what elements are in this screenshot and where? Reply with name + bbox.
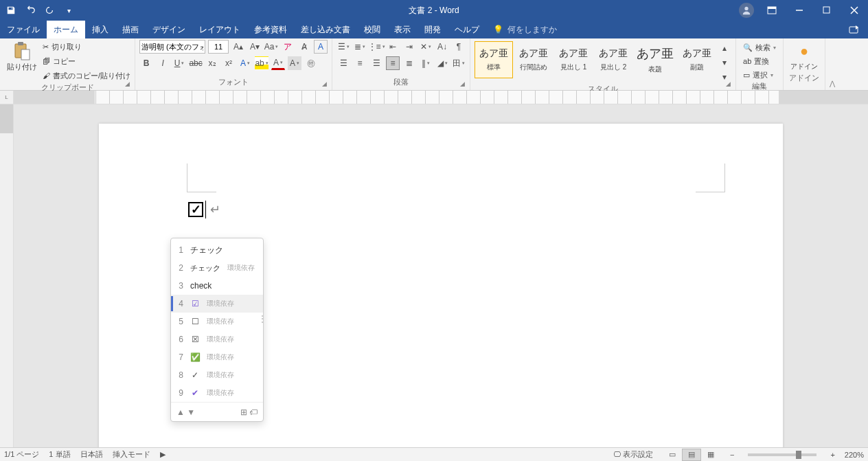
line-spacing-button[interactable]: ‖ <box>419 56 433 70</box>
font-dialog-launcher[interactable]: ◢ <box>322 80 330 89</box>
ime-candidate[interactable]: 3check <box>171 277 263 295</box>
sort-button[interactable]: A↓ <box>435 40 449 54</box>
tab-references[interactable]: 参考資料 <box>247 21 294 38</box>
font-size-combo[interactable] <box>208 40 229 54</box>
redo-button[interactable] <box>43 3 56 17</box>
web-layout-button[interactable]: ▦ <box>701 449 720 461</box>
ime-candidate[interactable]: 2チェック環境依存 <box>171 259 263 277</box>
document-scroll-area[interactable]: ✓ ↵ <box>14 104 868 447</box>
ime-candidate[interactable]: 5☐環境依存 <box>171 313 263 330</box>
style-normal[interactable]: あア亜標準 <box>475 41 513 78</box>
account-avatar[interactable] <box>739 3 754 18</box>
change-case-button[interactable]: Aa <box>264 40 278 54</box>
align-left-button[interactable]: ☰ <box>336 56 350 70</box>
character-border-button[interactable]: A <box>314 40 328 54</box>
subscript-button[interactable]: x₂ <box>205 56 219 70</box>
tab-draw[interactable]: 描画 <box>115 21 146 38</box>
distributed-button[interactable]: ≣ <box>402 56 416 70</box>
align-center-button[interactable]: ≡ <box>353 56 367 70</box>
text-effects-button[interactable]: A <box>238 56 252 70</box>
align-right-button[interactable]: ☰ <box>369 56 383 70</box>
numbering-button[interactable]: ≣ <box>353 40 367 54</box>
status-word-count[interactable]: 1 単語 <box>49 449 70 460</box>
multilevel-list-button[interactable]: ⋮≡ <box>369 40 383 54</box>
status-language[interactable]: 日本語 <box>80 449 103 460</box>
tell-me-search[interactable]: 💡 何をしますか <box>486 21 564 38</box>
tab-file[interactable]: ファイル <box>0 21 47 38</box>
horizontal-ruler[interactable]: L <box>0 91 868 104</box>
vertical-ruler[interactable] <box>0 104 14 447</box>
superscript-button[interactable]: x² <box>222 56 236 70</box>
cut-button[interactable]: ✂切り取り <box>43 40 130 54</box>
ime-candidate[interactable]: 9✔環境依存 <box>171 384 263 402</box>
style-heading1[interactable]: あア亜見出し 1 <box>554 41 593 78</box>
grow-font-button[interactable]: A▴ <box>231 40 245 54</box>
ime-expand-icon[interactable]: ⊞ <box>240 407 247 417</box>
styles-gallery[interactable]: あア亜標準 あア亜行間詰め あア亜見出し 1 あア亜見出し 2 あア亜表題 あア… <box>475 40 731 84</box>
style-title[interactable]: あア亜表題 <box>634 41 676 78</box>
ime-candidate[interactable]: 8✓環境依存 <box>171 366 263 384</box>
tab-help[interactable]: ヘルプ <box>448 21 486 38</box>
qat-customize[interactable]: ▾ <box>62 3 76 17</box>
strikethrough-button[interactable]: abc <box>189 56 203 70</box>
tab-developer[interactable]: 開発 <box>418 21 448 38</box>
minimize-button[interactable] <box>786 0 813 21</box>
shrink-font-button[interactable]: A▾ <box>248 40 262 54</box>
ime-candidate[interactable]: 6☒環境依存 <box>171 330 263 348</box>
paste-button[interactable]: 貼り付け <box>4 40 40 74</box>
format-painter-button[interactable]: 🖌書式のコピー/貼り付け <box>43 69 130 82</box>
bold-button[interactable]: B <box>139 56 153 70</box>
undo-button[interactable] <box>23 3 37 17</box>
style-heading2[interactable]: あア亜見出し 2 <box>594 41 632 78</box>
styles-dialog-launcher[interactable]: ◢ <box>726 80 734 89</box>
ime-candidate[interactable]: 1チェック <box>171 241 263 259</box>
zoom-out-button[interactable]: − <box>730 451 734 459</box>
styles-scroll-up[interactable]: ▴ <box>718 41 731 55</box>
clear-formatting-button[interactable]: A̷ <box>297 40 311 54</box>
tab-home[interactable]: ホーム <box>47 21 85 38</box>
status-insert-mode[interactable]: 挿入モード <box>113 449 150 460</box>
shading-button[interactable]: ◢ <box>435 56 449 70</box>
macro-record-icon[interactable]: ▶ <box>160 450 165 459</box>
copy-button[interactable]: 🗐コピー <box>43 54 130 68</box>
tab-layout[interactable]: レイアウト <box>192 21 247 38</box>
underline-button[interactable]: U <box>172 56 186 70</box>
font-name-combo[interactable] <box>139 40 205 54</box>
clipboard-dialog-launcher[interactable]: ◢ <box>125 80 133 89</box>
tab-mailings[interactable]: 差し込み文書 <box>294 21 357 38</box>
highlight-button[interactable]: ab <box>255 56 269 70</box>
styles-scroll-down[interactable]: ▾ <box>718 56 731 69</box>
status-page[interactable]: 1/1 ページ <box>4 449 39 460</box>
justify-button[interactable]: ≡ <box>386 56 400 70</box>
tab-design[interactable]: デザイン <box>146 21 192 38</box>
close-button[interactable] <box>841 0 868 21</box>
document-body[interactable]: ✓ ↵ <box>188 201 220 218</box>
addins-button[interactable]: ● アドイン <box>788 40 821 73</box>
ime-prev-page[interactable]: ▲ ▼ <box>176 407 195 417</box>
zoom-level[interactable]: 220% <box>845 451 864 459</box>
zoom-slider[interactable] <box>748 453 816 456</box>
phonetic-guide-button[interactable]: ア <box>281 40 295 54</box>
replace-button[interactable]: ab置換 <box>740 55 779 67</box>
share-button[interactable] <box>841 21 868 38</box>
increase-indent-button[interactable]: ⇥ <box>402 40 416 54</box>
collapse-ribbon-button[interactable]: ⋀ <box>825 38 839 90</box>
select-button[interactable]: ▭選択▾ <box>740 69 779 81</box>
read-mode-button[interactable]: ▭ <box>663 449 682 461</box>
zoom-in-button[interactable]: + <box>830 451 834 459</box>
ime-candidate-window[interactable]: 1チェック2チェック環境依存3check4☑環境依存5☐環境依存6☒環境依存7✅… <box>170 238 264 422</box>
tab-review[interactable]: 校閲 <box>357 21 387 38</box>
ime-tool-icon[interactable]: 🏷 <box>249 407 258 417</box>
paragraph-dialog-launcher[interactable]: ◢ <box>460 80 468 89</box>
bullets-button[interactable]: ☰ <box>336 40 350 54</box>
print-layout-button[interactable]: ▤ <box>682 449 701 461</box>
borders-button[interactable]: 田 <box>452 56 466 70</box>
enclose-characters-button[interactable]: ㊕ <box>304 56 318 70</box>
decrease-indent-button[interactable]: ⇤ <box>386 40 400 54</box>
asian-layout-button[interactable]: ✕ <box>419 40 433 54</box>
display-settings-button[interactable]: 🖵 表示設定 <box>613 449 653 460</box>
ime-candidate[interactable]: 4☑環境依存 <box>171 295 263 313</box>
style-subtitle[interactable]: あア亜副題 <box>678 41 716 78</box>
maximize-button[interactable] <box>813 0 841 21</box>
show-marks-button[interactable]: ¶ <box>452 40 466 54</box>
